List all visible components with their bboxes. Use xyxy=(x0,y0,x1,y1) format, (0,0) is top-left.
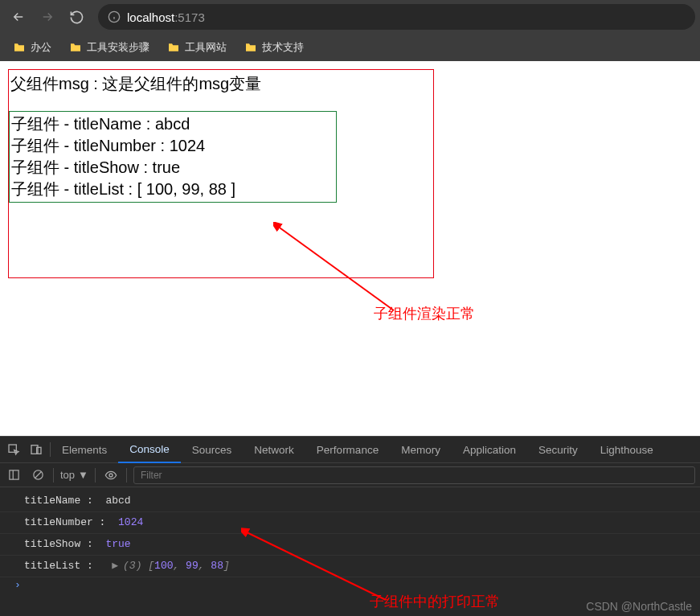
devtools-tab-console[interactable]: Console xyxy=(118,437,181,463)
child-titleName: 子组件 - titleName : abcd xyxy=(11,113,334,135)
svg-rect-7 xyxy=(9,470,18,479)
devtools-tab-sources[interactable]: Sources xyxy=(181,437,244,463)
console-output: titleName : abcd titleNumber : 1024 titl… xyxy=(0,487,700,616)
bookmark-label: 技术支持 xyxy=(262,40,304,55)
child-titleNumber: 子组件 - titleNumber : 1024 xyxy=(11,135,334,157)
context-selector[interactable]: top ▼ xyxy=(60,469,88,481)
folder-icon xyxy=(167,41,180,54)
folder-icon xyxy=(69,41,82,54)
address-bar[interactable]: localhost:5173 xyxy=(98,4,695,30)
console-log-row: titleShow : true xyxy=(0,534,700,556)
url-port: :5173 xyxy=(174,10,205,24)
chevron-down-icon: ▼ xyxy=(78,469,88,481)
bookmark-item[interactable]: 工具安装步骤 xyxy=(64,37,154,58)
console-sidebar-toggle[interactable] xyxy=(5,469,23,481)
devtools-tab-memory[interactable]: Memory xyxy=(390,437,452,463)
console-toolbar: top ▼ xyxy=(0,463,700,487)
inspect-element-button[interactable] xyxy=(5,443,23,456)
navigation-bar: localhost:5173 xyxy=(0,0,700,34)
clear-console-button[interactable] xyxy=(29,469,47,481)
bookmark-item[interactable]: 工具网站 xyxy=(162,37,231,58)
bookmark-item[interactable]: 办公 xyxy=(8,37,56,58)
info-icon xyxy=(108,10,121,23)
bookmark-label: 工具网站 xyxy=(185,40,227,55)
annotation-text: 子组件渲染正常 xyxy=(374,304,475,323)
arrow-right-icon xyxy=(40,10,55,24)
bookmark-item[interactable]: 技术支持 xyxy=(239,37,309,58)
devtools-tab-lighthouse[interactable]: Lighthouse xyxy=(589,437,665,463)
bookmark-label: 办公 xyxy=(31,40,51,55)
watermark-text: CSDN @NorthCastle xyxy=(586,600,692,613)
expand-arrow-icon[interactable]: ▶ xyxy=(112,560,118,572)
console-prompt[interactable]: › xyxy=(0,577,700,593)
bookmark-label: 工具安装步骤 xyxy=(87,40,149,55)
url-host: localhost xyxy=(127,10,174,24)
devtools-panel: Elements Console Sources Network Perform… xyxy=(0,436,700,616)
live-expression-button[interactable] xyxy=(102,469,120,482)
devtools-tab-network[interactable]: Network xyxy=(243,437,305,463)
annotation-text: 子组件中的打印正常 xyxy=(370,592,500,611)
bookmarks-bar: 办公 工具安装步骤 工具网站 技术支持 xyxy=(0,34,700,61)
svg-point-11 xyxy=(109,474,113,477)
console-log-row: titleName : abcd xyxy=(0,491,700,512)
folder-icon xyxy=(244,41,257,54)
devtools-tab-performance[interactable]: Performance xyxy=(305,437,390,463)
page-content: 父组件msg : 这是父组件的msg变量 子组件 - titleName : a… xyxy=(0,61,700,436)
svg-rect-4 xyxy=(9,445,16,452)
console-filter[interactable] xyxy=(133,466,695,484)
console-log-row: titleNumber : 1024 xyxy=(0,512,700,534)
device-toolbar-button[interactable] xyxy=(27,443,45,456)
back-button[interactable] xyxy=(5,3,32,31)
parent-msg-text: 父组件msg : 这是父组件的msg变量 xyxy=(9,70,433,103)
child-titleShow: 子组件 - titleShow : true xyxy=(11,157,334,179)
devtools-tab-application[interactable]: Application xyxy=(452,437,527,463)
parent-component-box: 父组件msg : 这是父组件的msg变量 子组件 - titleName : a… xyxy=(8,69,434,278)
reload-icon xyxy=(69,10,84,25)
forward-button[interactable] xyxy=(34,3,61,31)
child-component-box: 子组件 - titleName : abcd 子组件 - titleNumber… xyxy=(9,111,337,203)
devtools-tab-elements[interactable]: Elements xyxy=(51,437,118,463)
filter-input[interactable] xyxy=(133,466,695,484)
arrow-left-icon xyxy=(11,10,26,24)
console-log-row: titleList : ▶(3) [100, 99, 88] xyxy=(0,556,700,577)
browser-chrome: localhost:5173 办公 工具安装步骤 工具网站 技术支持 xyxy=(0,0,700,61)
svg-line-10 xyxy=(35,472,41,478)
devtools-tabs: Elements Console Sources Network Perform… xyxy=(0,437,700,463)
folder-icon xyxy=(13,41,26,54)
child-titleList: 子组件 - titleList : [ 100, 99, 88 ] xyxy=(11,179,334,200)
devtools-tab-security[interactable]: Security xyxy=(527,437,589,463)
reload-button[interactable] xyxy=(63,3,90,31)
